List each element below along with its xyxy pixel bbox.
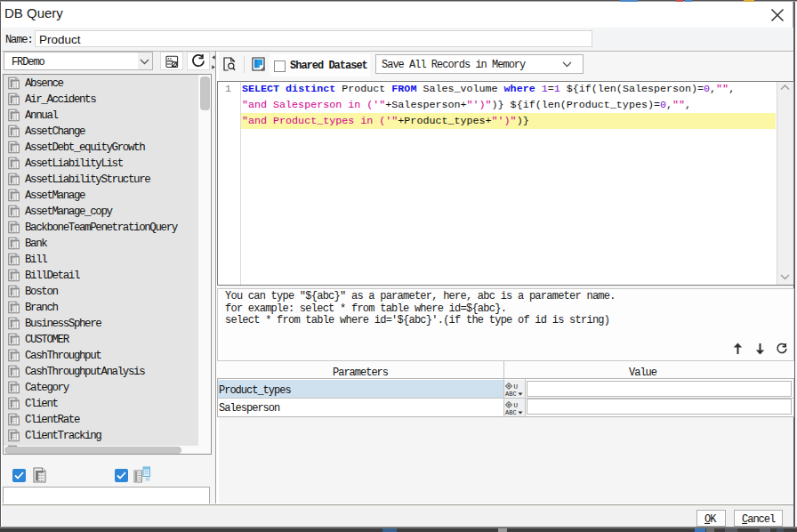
svg-text:ABC: ABC xyxy=(505,391,517,397)
svg-text:U: U xyxy=(514,402,519,409)
svg-text:U: U xyxy=(514,383,519,391)
svg-text:ABC: ABC xyxy=(505,409,517,415)
